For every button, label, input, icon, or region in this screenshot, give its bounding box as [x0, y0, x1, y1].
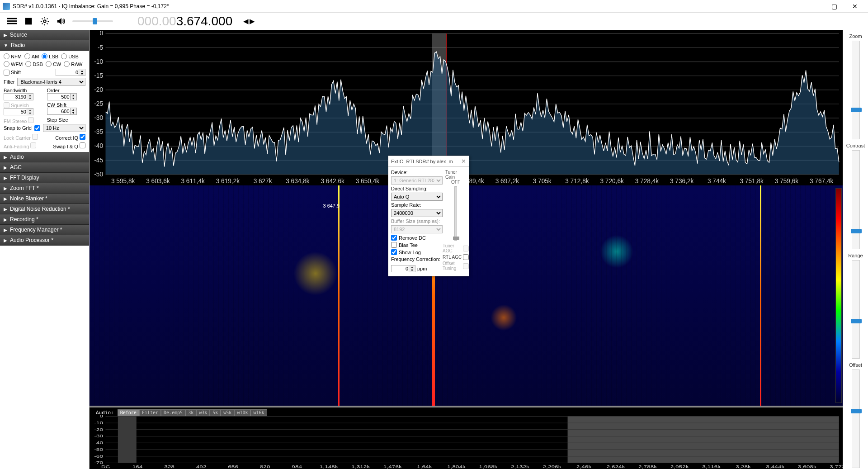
svg-text:3,608k: 3,608k — [798, 464, 816, 469]
tunergain-slider[interactable] — [454, 186, 457, 241]
plot-area: 0-5-10-15-20-25-30-35-40-45-503 595,8k3 … — [90, 30, 843, 469]
mode-raw[interactable]: RAW — [64, 61, 82, 67]
fmstereo-label: FM Stereo — [4, 118, 27, 124]
panel-frequency-manager-[interactable]: ▶Frequency Manager * — [0, 225, 89, 235]
svg-text:3 759,6k: 3 759,6k — [775, 178, 798, 185]
speaker-icon[interactable] — [56, 16, 66, 26]
volume-slider[interactable] — [72, 20, 113, 22]
mode-lsb[interactable]: LSB — [42, 53, 58, 59]
mode-dsb[interactable]: DSB — [25, 61, 43, 67]
audio-tab-3k[interactable]: 3k — [185, 409, 196, 416]
svg-text:-50: -50 — [94, 171, 103, 178]
rtlagc-row[interactable]: RTL AGC — [443, 254, 469, 260]
panel-fft-display[interactable]: ▶FFT Display — [0, 173, 89, 183]
dialog-titlebar[interactable]: ExtIO_RTLSDR# by alex_m ✕ — [388, 156, 469, 167]
cwshift-spinner[interactable]: ▲▼ — [47, 108, 86, 115]
biastee-check[interactable]: Bias Tee — [391, 242, 443, 248]
audio-tab-w10k[interactable]: w10k — [234, 409, 250, 416]
squelch-spinner[interactable]: ▲▼ — [4, 108, 42, 115]
panel-noise-blanker-[interactable]: ▶Noise Blanker * — [0, 194, 89, 204]
shift-check[interactable]: Shift — [4, 70, 21, 76]
svg-rect-1 — [7, 20, 17, 22]
filter-select[interactable]: Blackman-Harris 4 — [17, 78, 85, 86]
bandwidth-spinner[interactable]: ▲▼ — [4, 93, 42, 100]
svg-text:0: 0 — [99, 30, 103, 37]
window-title: SDR# v1.0.0.1361 - IQ Imbalance: Gain = … — [13, 3, 803, 9]
svg-text:1,64k: 1,64k — [417, 464, 432, 469]
audio-tab-w16k[interactable]: w16k — [250, 409, 267, 416]
svg-text:-10: -10 — [94, 58, 103, 65]
panel-audio-processor-[interactable]: ▶Audio Processor * — [0, 235, 89, 246]
svg-rect-2 — [7, 23, 17, 24]
frequency-display[interactable]: 000.00 3.674.000 — [137, 14, 232, 28]
dialog-close-icon[interactable]: ✕ — [461, 158, 466, 165]
audio-spectrum[interactable]: 0-10-20-30-40-50-60-70DC1643284926568209… — [90, 406, 843, 469]
ds-select[interactable]: Auto Q — [391, 193, 443, 201]
svg-text:3,116k: 3,116k — [702, 464, 721, 469]
chevron-right-icon[interactable]: ▶ — [250, 17, 255, 25]
maximize-button[interactable]: ▢ — [824, 0, 844, 13]
mode-wfm[interactable]: WFM — [4, 61, 23, 67]
svg-text:820: 820 — [260, 464, 270, 469]
panel-audio[interactable]: ▶Audio — [0, 152, 89, 162]
svg-text:-5: -5 — [98, 44, 104, 51]
range-slider[interactable] — [852, 260, 860, 359]
ds-label: Direct Sampling: — [391, 186, 443, 191]
order-spinner[interactable]: ▲▼ — [47, 93, 86, 100]
lockcarrier-check — [32, 134, 38, 140]
svg-text:-30: -30 — [94, 114, 103, 121]
panel-radio[interactable]: ▼Radio — [0, 40, 89, 51]
mode-nfm[interactable]: NFM — [4, 53, 22, 59]
audio-tab-filter[interactable]: Filter — [139, 409, 161, 416]
svg-rect-89 — [118, 416, 137, 463]
snap-select[interactable]: 10 Hz — [43, 124, 85, 132]
audio-tab-w3k[interactable]: w3k — [196, 409, 210, 416]
sr-select[interactable]: 2400000 — [391, 209, 443, 217]
audio-tab-w5k[interactable]: w5k — [221, 409, 234, 416]
correctiq-check[interactable] — [80, 134, 85, 140]
removedc-check[interactable]: Remove DC — [391, 235, 443, 241]
freq-step-arrows[interactable]: ◀▶ — [243, 17, 255, 25]
menu-icon[interactable] — [7, 16, 17, 26]
minimize-button[interactable]: — — [803, 0, 824, 13]
filter-label: Filter — [4, 79, 14, 85]
mode-usb[interactable]: USB — [61, 53, 79, 59]
swapiq-check[interactable] — [80, 142, 85, 148]
stop-icon[interactable] — [24, 16, 33, 26]
contrast-slider[interactable] — [852, 150, 860, 249]
panel-agc[interactable]: ▶AGC — [0, 162, 89, 173]
panel-source[interactable]: ▶Source — [0, 30, 89, 40]
chevron-left-icon[interactable]: ◀ — [243, 17, 249, 25]
snap-check[interactable] — [34, 125, 40, 131]
svg-rect-48 — [568, 416, 839, 463]
panel-recording-[interactable]: ▶Recording * — [0, 214, 89, 225]
mode-am[interactable]: AM — [24, 53, 39, 59]
close-button[interactable]: ✕ — [844, 0, 865, 13]
svg-text:3 767,4k: 3 767,4k — [810, 178, 833, 185]
shift-spinner[interactable]: ▲▼ — [56, 69, 85, 76]
svg-text:3 705k: 3 705k — [533, 178, 552, 185]
fc-spinner[interactable]: ▲▼ — [391, 265, 415, 272]
panel-zoom-fft-[interactable]: ▶Zoom FFT * — [0, 183, 89, 194]
freq-dim: 000.00 — [137, 14, 176, 28]
contrast-label: Contrast — [846, 143, 865, 148]
sidebar: ▶Source ▼Radio NFM AM LSB USB WFM DSB CW… — [0, 30, 90, 469]
svg-text:2,624k: 2,624k — [607, 464, 625, 469]
svg-text:1,148k: 1,148k — [320, 464, 338, 469]
zoom-slider[interactable] — [852, 41, 860, 139]
audio-label: Audio: — [96, 410, 114, 416]
extio-dialog[interactable]: ExtIO_RTLSDR# by alex_m ✕ Device: 1: Gen… — [388, 156, 469, 276]
settings-gear-icon[interactable] — [40, 16, 50, 26]
showlog-check[interactable]: Show Log — [391, 249, 443, 255]
svg-text:DC: DC — [101, 464, 110, 469]
panel-digital-noise-reduction-[interactable]: ▶Digital Noise Reduction * — [0, 204, 89, 214]
chevron-right-icon: ▶ — [4, 186, 7, 191]
offset-slider[interactable] — [852, 370, 860, 468]
svg-text:2,46k: 2,46k — [576, 464, 591, 469]
audio-tab-before[interactable]: Before — [118, 409, 139, 416]
cwshift-label: CW Shift — [47, 102, 86, 108]
audio-tab-5k[interactable]: 5k — [210, 409, 221, 416]
audio-tab-de-emp5[interactable]: De-emp5 — [161, 409, 185, 416]
chevron-right-icon: ▶ — [4, 207, 7, 212]
mode-cw[interactable]: CW — [46, 61, 61, 67]
